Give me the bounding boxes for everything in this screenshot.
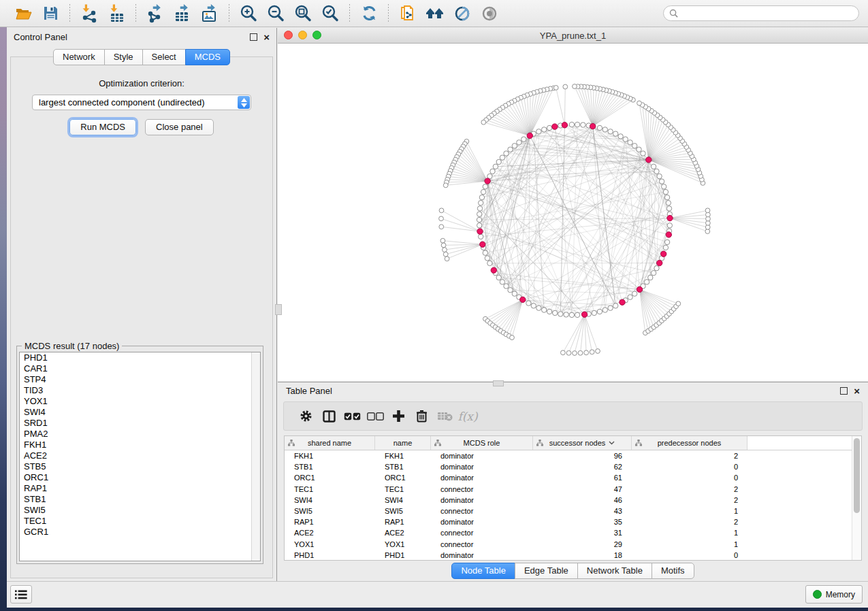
table-row[interactable]: STB1STB1dominator620 [285,461,861,472]
task-history-button[interactable] [10,585,32,604]
mcds-result-node[interactable]: STB1 [20,494,260,505]
table-cell: 18 [533,551,632,559]
table-cell: 29 [533,540,632,548]
close-panel-icon[interactable]: × [263,34,270,40]
mcds-result-items: PHD1CAR1STP4TID3YOX1SWI4SRD1PMA2FKH1ACE2… [20,352,260,538]
table-scrollbar-thumb[interactable] [854,438,860,513]
table-cell: dominator [431,496,533,504]
select-stepper-icon [238,96,250,109]
float-panel-icon[interactable] [840,387,848,395]
table-row[interactable]: PHD1PHD1dominator180 [285,550,861,561]
add-row-button[interactable] [387,408,410,425]
deselect-all-button[interactable] [364,408,387,425]
table-cell: FKH1 [285,452,375,460]
column-header-MCDS-role[interactable]: MCDS role [431,436,533,450]
tab-edge-table[interactable]: Edge Table [515,563,578,579]
node-table[interactable]: shared namenameMCDS rolesuccessor nodesp… [284,435,862,561]
search-field[interactable] [663,5,859,21]
table-cell: dominator [431,452,533,460]
mcds-result-node[interactable]: CAR1 [20,363,260,374]
column-header-successor-nodes[interactable]: successor nodes [533,436,632,450]
open-file-button[interactable] [13,3,33,24]
table-row[interactable]: RAP1RAP1dominator352 [285,516,861,527]
clone-network-button[interactable] [398,3,418,24]
table-cell: 47 [533,485,632,493]
table-row[interactable]: FKH1FKH1dominator962 [285,450,861,461]
network-window-titlebar[interactable]: YPA_prune.txt_1 [278,28,868,44]
result-list-scrollbar[interactable] [251,352,260,561]
window-close-icon[interactable] [284,31,293,39]
float-panel-icon[interactable] [250,33,257,41]
import-table-button[interactable] [106,3,127,24]
refresh-button[interactable] [359,3,379,24]
table-row[interactable]: ORC1ORC1dominator610 [285,472,861,483]
table-scrollbar[interactable] [852,436,861,560]
column-header-name[interactable]: name [375,436,431,450]
select-all-button[interactable] [340,408,364,425]
network-canvas[interactable] [278,44,868,381]
mcds-result-node[interactable]: TID3 [20,385,260,396]
table-cell: dominator [431,463,533,471]
table-cell: SWI4 [375,496,431,504]
zoom-out-button[interactable] [266,3,286,24]
table-cell: 1 [632,507,748,515]
mcds-result-node[interactable]: ORC1 [20,472,260,483]
optimization-criterion-select[interactable]: largest connected component (undirected) [32,95,251,110]
mcds-result-node[interactable]: PHD1 [20,352,260,363]
memory-button[interactable]: Memory [805,585,863,604]
table-row[interactable]: SWI4SWI4dominator462 [285,495,861,506]
zoom-fit-button[interactable] [293,3,313,24]
hide-selected-button[interactable] [452,3,472,24]
column-header-predecessor-nodes[interactable]: predecessor nodes [632,436,748,450]
mcds-result-node[interactable]: ACE2 [20,450,260,461]
tab-network-table[interactable]: Network Table [577,563,652,579]
mcds-result-node[interactable]: YOX1 [20,396,260,407]
settings-gear-button[interactable] [294,408,317,425]
mcds-result-node[interactable]: FKH1 [20,440,260,450]
run-mcds-button[interactable]: Run MCDS [69,119,136,135]
tab-network[interactable]: Network [53,49,105,65]
mcds-result-node[interactable]: STB5 [20,461,260,472]
search-input[interactable] [681,8,858,19]
close-panel-icon[interactable]: × [854,388,860,394]
tab-mcds[interactable]: MCDS [185,49,230,65]
table-row[interactable]: TEC1TEC1connector472 [285,484,861,495]
zoom-selected-button[interactable] [320,3,340,24]
tab-motifs[interactable]: Motifs [652,563,694,579]
show-column-button[interactable] [317,408,340,425]
vertical-splitter-handle[interactable] [275,304,282,315]
export-table-button[interactable] [172,3,193,24]
horizontal-splitter-handle[interactable] [493,380,504,386]
table-row[interactable]: YOX1YOX1connector291 [285,539,861,550]
mcds-result-node[interactable]: SWI4 [20,407,260,418]
mcds-result-node[interactable]: STP4 [20,374,260,385]
save-button[interactable] [40,3,61,24]
mcds-result-node[interactable]: PMA2 [20,429,260,440]
table-row[interactable]: ACE2ACE2connector311 [285,527,861,538]
mcds-result-node[interactable]: SWI5 [20,505,260,516]
window-zoom-icon[interactable] [312,31,321,39]
tab-select[interactable]: Select [142,49,186,65]
export-image-button[interactable] [199,3,220,24]
mcds-result-node[interactable]: GCR1 [20,527,260,538]
mcds-result-node[interactable]: TEC1 [20,516,260,527]
zoom-in-button[interactable] [238,3,259,24]
import-network-button[interactable] [79,3,99,24]
mcds-result-list[interactable]: PHD1CAR1STP4TID3YOX1SWI4SRD1PMA2FKH1ACE2… [19,352,261,561]
window-minimize-icon[interactable] [298,31,307,39]
delete-table-button[interactable] [433,408,456,425]
deselect-all-icon [367,412,384,420]
tab-node-table[interactable]: Node Table [451,563,515,579]
tab-style[interactable]: Style [104,49,143,65]
mcds-result-node[interactable]: SRD1 [20,418,260,429]
column-header-shared-name[interactable]: shared name [285,436,375,450]
mcds-result-node[interactable]: RAP1 [20,483,260,494]
show-all-button[interactable] [479,3,500,24]
close-panel-button[interactable]: Close panel [145,119,214,135]
table-row[interactable]: SWI5SWI5connector431 [285,506,861,516]
delete-row-button[interactable] [410,408,433,425]
optimization-criterion-value: largest connected component (undirected) [39,97,205,108]
first-neighbors-button[interactable] [425,3,445,24]
function-builder-button[interactable]: f(x) [456,408,479,425]
export-network-button[interactable] [145,3,165,24]
